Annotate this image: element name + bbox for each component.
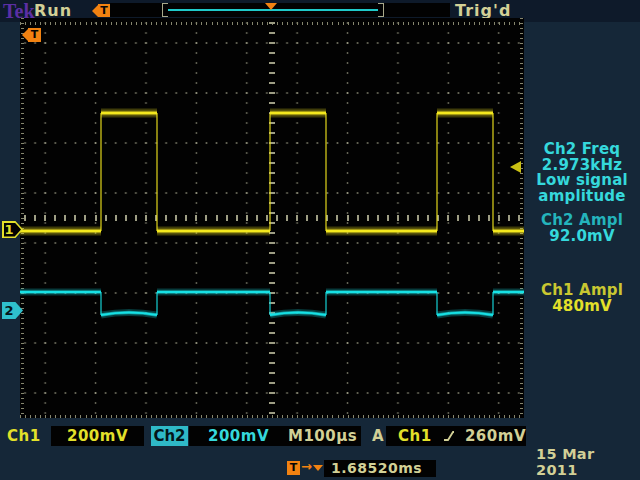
delay-t-icon: T bbox=[287, 461, 300, 475]
measurement-ch2-ampl: Ch2 Ampl 92.0mV bbox=[524, 213, 640, 244]
triangle-down-icon bbox=[313, 465, 323, 471]
record-view-bar bbox=[110, 3, 450, 17]
record-window-right-bracket bbox=[378, 3, 384, 17]
trigger-source: Ch1 bbox=[398, 426, 432, 446]
ch2-marker-label: 2 bbox=[2, 302, 16, 319]
meas-value: 92.0mV bbox=[524, 229, 640, 245]
trigger-mode-label: A bbox=[372, 427, 384, 445]
measurement-ch2-freq: Ch2 Freq 2.973kHz Low signal amplitude bbox=[524, 142, 640, 204]
ch2-readout-label: Ch2 bbox=[151, 426, 188, 446]
datetime-display: 15 Mar 2011 16:50:20 bbox=[536, 446, 640, 480]
rising-edge-slope-icon bbox=[443, 429, 454, 443]
trigger-t-icon: T bbox=[28, 28, 41, 42]
timebase-readout: M 100µs bbox=[283, 426, 361, 446]
delay-time-readout: 1.68520ms bbox=[324, 460, 436, 477]
trigger-t-flag-graticule-icon: T bbox=[22, 28, 41, 42]
oscilloscope-screen: Tek Run T Trig'd T 1 bbox=[0, 0, 640, 480]
trigger-t-icon: T bbox=[98, 4, 110, 17]
ch2-scale-readout: 200mV bbox=[189, 426, 288, 446]
graticule bbox=[20, 18, 524, 418]
trigger-t-flag-icon: T bbox=[92, 4, 110, 17]
timebase-label: M bbox=[288, 426, 303, 446]
ch1-scale-readout: 200mV bbox=[51, 426, 144, 446]
ch1-ground-marker: 1 bbox=[2, 221, 23, 238]
trigger-level-value: 260mV bbox=[465, 426, 526, 446]
timebase-scale: 100µs bbox=[303, 426, 357, 446]
record-trigger-position-icon bbox=[265, 3, 277, 10]
ch1-readout-label: Ch1 bbox=[7, 427, 41, 445]
ch2-ground-marker: 2 bbox=[2, 302, 23, 319]
date-label: 15 Mar 2011 bbox=[536, 446, 640, 478]
ch1-marker-label: 1 bbox=[2, 221, 16, 238]
measurement-ch1-ampl: Ch1 Ampl 480mV bbox=[524, 283, 640, 314]
meas-warning-line2: amplitude bbox=[524, 189, 640, 205]
trigger-level-arrow-icon bbox=[510, 161, 521, 173]
trigger-readout: Ch1 260mV bbox=[386, 426, 526, 446]
waveform-svg bbox=[20, 18, 524, 418]
arrow-right-icon: → bbox=[301, 459, 312, 474]
meas-value: 480mV bbox=[524, 299, 640, 315]
